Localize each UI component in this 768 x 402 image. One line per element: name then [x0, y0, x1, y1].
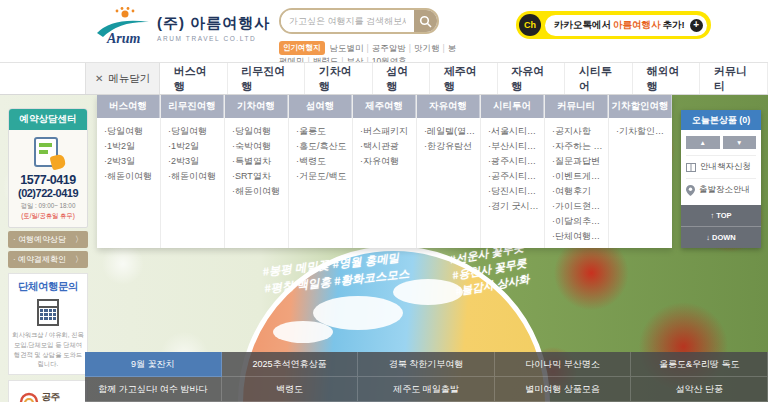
megamenu-item[interactable]: ·1박2일 [168, 139, 220, 154]
megamenu-column-title[interactable]: 리무진여행 [161, 95, 224, 118]
kakao-channel-button[interactable]: Ch 카카오톡에서 아름여행사 추가! + [516, 11, 711, 39]
megamenu-item[interactable]: ·2박3일 [104, 154, 156, 169]
megamenu-column-title[interactable]: 기차여행 [225, 95, 288, 118]
megamenu-column-title[interactable]: 섬여행 [289, 95, 352, 118]
megamenu-column-title[interactable]: 제주여행 [353, 95, 416, 118]
nav-item[interactable]: 해외여행 [633, 63, 701, 94]
bottom-tab[interactable]: 함께 가고싶다! 여수 밤바다 [85, 377, 222, 402]
megamenu-item[interactable]: ·당일여행 [168, 124, 220, 139]
megamenu-item[interactable]: ·자유여행 [360, 154, 412, 169]
megamenu-column: 시티투어 ·서울시티투어·부산시티투어·광주시티투어·공주시티투어·당진시티투어… [481, 95, 545, 248]
megamenu-item[interactable]: ·부산시티투어 [488, 139, 540, 154]
megamenu-item[interactable]: ·공주시티투어 [488, 169, 540, 184]
megamenu-item[interactable]: ·2박3일 [168, 154, 220, 169]
kakao-brand: 아름여행사 [613, 19, 661, 32]
megamenu-item[interactable]: ·한강유람선 [424, 139, 476, 154]
bottom-tab[interactable]: 9월 꽃잔치 [85, 352, 222, 377]
megamenu-item[interactable]: ·당일여행 [232, 124, 284, 139]
scroll-top-button[interactable]: ↑ TOP [681, 205, 761, 227]
megamenu-item[interactable]: ·택시관광 [360, 139, 412, 154]
megamenu-item[interactable]: ·이벤트게시판 [552, 169, 604, 184]
bottom-tab[interactable]: 백령도 [222, 377, 359, 402]
search-input[interactable] [281, 10, 414, 32]
group-travel-card[interactable]: 단체여행문의 회사워크샵 / 야유회, 친목모임,단체모임 등 단체여행견적 및… [8, 273, 88, 375]
brochure-request-link[interactable]: 안내책자신청 [686, 155, 756, 178]
popular-item[interactable]: 공주알밤 [372, 43, 406, 53]
page: #봉평 메밀꽃 #영월 홍메밀 #평창 백일홍 #황화코스모스 #선운사 꽃무릇… [0, 0, 768, 402]
left-sidebar: 예약상담센터 1577-0419 (02)722-0419 평일 : 09:00… [8, 108, 88, 402]
closed-days: (토/일/공휴일 휴무) [10, 212, 86, 221]
book-icon [686, 163, 696, 172]
megamenu-column-title[interactable]: 자유여행 [417, 95, 480, 118]
popular-item[interactable]: 남도별미 [330, 43, 364, 53]
megamenu-item[interactable]: ·특별열차 [232, 154, 284, 169]
megamenu-item[interactable]: ·해돋이여행 [104, 169, 156, 184]
megamenu-item[interactable]: ·광주시티투어 [488, 154, 540, 169]
gongju-tour-banner[interactable]: 공주 광역투어 [8, 380, 88, 402]
megamenu-item[interactable]: ·1박2일 [104, 139, 156, 154]
reservation-consult-button[interactable]: · 여행예약상담 〉 [8, 231, 88, 248]
menu-close-label: 메뉴닫기 [108, 72, 150, 86]
bottom-tab[interactable]: 설악산 단풍 [631, 377, 768, 402]
plus-icon: + [690, 19, 703, 32]
scroll-bottom-button[interactable]: ↓ DOWN [681, 227, 761, 248]
bottom-tab[interactable]: 제주도 매일출발 [358, 377, 495, 402]
nav-item[interactable]: 자유여행 [498, 63, 566, 94]
site-logo[interactable]: Arum (주) 아름여행사 ARUM TRAVEL CO.LTD [95, 7, 270, 49]
megamenu-item[interactable]: ·이달의추천여행 [552, 214, 604, 229]
megamenu-item[interactable]: ·자주하는 질문 [552, 139, 604, 154]
megamenu-item[interactable]: ·백령도 [296, 154, 348, 169]
nav-item[interactable]: 리무진여행 [228, 63, 305, 94]
bottom-tab[interactable]: 울릉도&우리땅 독도 [631, 352, 768, 377]
scroll-down-button[interactable]: ▼ [723, 136, 757, 149]
bottom-tab[interactable]: 2025추석연휴상품 [222, 352, 359, 377]
megamenu-item[interactable]: ·해돋이여행 [168, 169, 220, 184]
bottom-tab[interactable]: 별미여행 상품모음 [495, 377, 632, 402]
payment-check-button[interactable]: · 예약결제확인 〉 [8, 251, 88, 268]
cloud-shape [393, 279, 463, 305]
nav-item[interactable]: 제주여행 [430, 63, 498, 94]
nav-item[interactable]: 커뮤니티 [700, 63, 768, 94]
megamenu-item-list: ·레일텔(열차+호텔)·한강유람선 [417, 118, 480, 154]
megamenu-item[interactable]: ·숙박여행 [232, 139, 284, 154]
nav-item[interactable]: 섬여행 [373, 63, 431, 94]
megamenu-column-title[interactable]: 버스여행 [97, 95, 160, 118]
megamenu-column: 리무진여행 ·당일여행·1박2일·2박3일·해돋이여행 [161, 95, 225, 248]
megamenu-column-title[interactable]: 시티투어 [481, 95, 544, 118]
megamenu-item-list: ·당일여행·1박2일·2박3일·해돋이여행 [161, 118, 224, 184]
megamenu-item[interactable]: ·당진시티투어 [488, 184, 540, 199]
call-center-body: 1577-0419 (02)722-0419 평일 : 09:00~ 18:00… [9, 130, 87, 227]
search-button[interactable] [414, 10, 437, 32]
megamenu-item[interactable]: ·레일텔(열차+호텔) [424, 124, 476, 139]
megamenu-item[interactable]: ·질문과답변 [552, 154, 604, 169]
megamenu-item[interactable]: ·공지사항 [552, 124, 604, 139]
megamenu-item[interactable]: ·SRT열차 [232, 169, 284, 184]
megamenu-item[interactable]: ·홍도/흑산도 [296, 139, 348, 154]
menu-close-button[interactable]: ✕ 메뉴닫기 [85, 63, 160, 94]
megamenu-item[interactable]: ·여행후기 [552, 184, 604, 199]
bottom-tab[interactable]: 경북 착한기부여행 [358, 352, 495, 377]
megamenu-column-title[interactable]: 커뮤니티 [545, 95, 608, 118]
megamenu-item[interactable]: ·경기 굿시티투어 [488, 199, 540, 214]
megamenu-column-title[interactable]: 기차할인여행 [609, 95, 672, 118]
popular-item[interactable]: 맛기행 [414, 43, 440, 53]
nav-item[interactable]: 기차여행 [305, 63, 373, 94]
scroll-up-button[interactable]: ▲ [686, 136, 720, 149]
megamenu-item[interactable]: ·단체여행문의 [552, 229, 604, 244]
megamenu-item[interactable]: ·당일여행 [104, 124, 156, 139]
megamenu-item[interactable]: ·울릉도 [296, 124, 348, 139]
departure-place-link[interactable]: 출발장소안내 [686, 178, 756, 201]
megamenu-column: 기차할인여행 ·기차할인여행 [609, 95, 672, 248]
megamenu-item[interactable]: ·서울시티투어 [488, 124, 540, 139]
megamenu-item[interactable]: ·버스패키지 [360, 124, 412, 139]
kakao-suffix: 추가! [663, 19, 685, 32]
nav-item[interactable]: 버스여행 [160, 63, 228, 94]
today-viewed-title: 오늘본상품 (0) [681, 110, 761, 130]
megamenu-item[interactable]: ·기차할인여행 [616, 124, 668, 139]
bottom-tab[interactable]: 다이나믹 부산명소 [495, 352, 632, 377]
quick-panel-body: ▲ ▼ 안내책자신청 출발장소안내 [681, 130, 761, 205]
megamenu-item[interactable]: ·해돋이여행 [232, 184, 284, 199]
nav-item[interactable]: 시티투어 [565, 63, 633, 94]
megamenu-item[interactable]: ·거문도/백도 [296, 169, 348, 184]
megamenu-item[interactable]: ·가이드현장스케치 [552, 199, 604, 214]
